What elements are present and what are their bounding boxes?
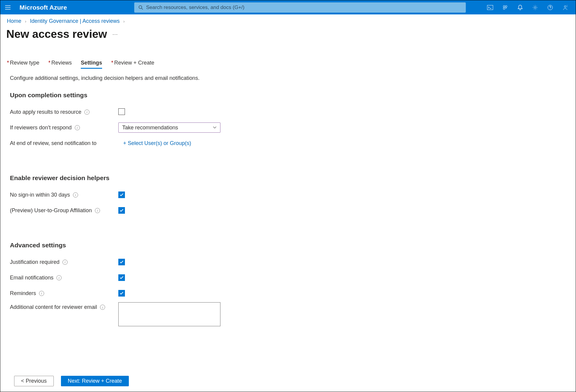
- previous-button[interactable]: < Previous: [14, 376, 54, 386]
- chevron-right-icon: ›: [123, 19, 125, 24]
- label-affiliation: (Preview) User-to-Group Affiliation: [10, 207, 92, 214]
- brand-label: Microsoft Azure: [20, 4, 67, 11]
- cloud-shell-icon[interactable]: [483, 0, 498, 14]
- svg-line-1: [141, 8, 143, 9]
- row-additional-content: Additional content for reviewer email i: [10, 302, 566, 327]
- info-icon[interactable]: i: [95, 208, 100, 213]
- textarea-additional-content[interactable]: [118, 302, 220, 326]
- label-notify: At end of review, send notification to: [10, 140, 96, 146]
- svg-rect-2: [487, 5, 493, 10]
- directories-icon[interactable]: [498, 0, 513, 14]
- checkbox-affiliation[interactable]: [118, 207, 125, 214]
- row-auto-apply: Auto apply results to resource i: [10, 105, 566, 119]
- tab-label: Review + Create: [114, 60, 154, 66]
- svg-point-0: [139, 5, 142, 8]
- label-auto-apply: Auto apply results to resource: [10, 109, 81, 115]
- help-icon[interactable]: [543, 0, 558, 14]
- checkbox-reminders[interactable]: [118, 290, 125, 297]
- chevron-right-icon: ›: [25, 19, 26, 24]
- row-no-signin: No sign-in within 30 days i: [10, 188, 566, 201]
- more-actions-icon[interactable]: ⋯: [112, 31, 118, 38]
- label-justification: Justification required: [10, 259, 59, 265]
- chevron-down-icon: [213, 126, 217, 129]
- select-value: Take recommendations: [122, 125, 178, 131]
- settings-description: Configure additional settings, including…: [10, 75, 566, 81]
- search-container: [134, 2, 466, 13]
- settings-content: Configure additional settings, including…: [0, 68, 576, 327]
- hamburger-menu-icon[interactable]: [3, 3, 12, 12]
- tab-reviews[interactable]: *Reviews: [48, 60, 72, 68]
- breadcrumb-home[interactable]: Home: [7, 18, 21, 24]
- svg-point-5: [564, 6, 566, 8]
- next-button[interactable]: Next: Review + Create: [61, 376, 129, 386]
- wizard-footer: < Previous Next: Review + Create: [0, 371, 576, 392]
- section-completion-title: Upon completion settings: [10, 92, 566, 99]
- tab-review-type[interactable]: *Review type: [7, 60, 39, 68]
- page-title: New access review: [6, 28, 107, 41]
- feedback-icon[interactable]: [558, 0, 573, 14]
- info-icon[interactable]: i: [100, 305, 105, 310]
- row-notify: At end of review, send notification to +…: [10, 137, 566, 150]
- search-input[interactable]: [146, 5, 462, 11]
- notifications-icon[interactable]: [513, 0, 528, 14]
- link-select-users[interactable]: + Select User(s) or Group(s): [123, 140, 191, 146]
- global-search[interactable]: [134, 2, 466, 13]
- tab-label: Review type: [10, 60, 39, 66]
- header-toolbar: [483, 0, 573, 14]
- select-no-respond[interactable]: Take recommendations: [118, 122, 220, 133]
- checkbox-email-notifications[interactable]: [118, 274, 125, 281]
- row-no-respond: If reviewers don't respond i Take recomm…: [10, 121, 566, 134]
- top-header: Microsoft Azure: [0, 0, 576, 14]
- tab-settings[interactable]: Settings: [81, 60, 102, 68]
- checkbox-auto-apply[interactable]: [118, 108, 125, 115]
- info-icon[interactable]: i: [73, 192, 78, 198]
- checkbox-no-signin[interactable]: [118, 191, 125, 198]
- section-advanced-title: Advanced settings: [10, 242, 566, 249]
- row-reminders: Reminders i: [10, 287, 566, 300]
- info-icon[interactable]: i: [84, 110, 89, 115]
- section-helpers-title: Enable reviewer decision helpers: [10, 174, 566, 182]
- label-no-respond: If reviewers don't respond: [10, 125, 72, 131]
- info-icon[interactable]: i: [75, 125, 80, 130]
- search-icon: [138, 5, 143, 10]
- row-affiliation: (Preview) User-to-Group Affiliation i: [10, 204, 566, 217]
- tab-review-create[interactable]: *Review + Create: [111, 60, 154, 68]
- label-email-notifications: Email notifications: [10, 275, 53, 281]
- page-title-row: New access review ⋯: [0, 24, 576, 41]
- info-icon[interactable]: i: [62, 260, 68, 265]
- breadcrumb-identity-governance[interactable]: Identity Governance | Access reviews: [30, 18, 120, 24]
- label-reminders: Reminders: [10, 290, 36, 297]
- label-no-signin: No sign-in within 30 days: [10, 192, 70, 198]
- info-icon[interactable]: i: [39, 291, 44, 296]
- row-justification: Justification required i: [10, 255, 566, 269]
- label-additional-content: Additional content for reviewer email: [10, 304, 97, 310]
- tab-label: Reviews: [51, 60, 72, 66]
- settings-icon[interactable]: [528, 0, 543, 14]
- checkbox-justification[interactable]: [118, 259, 125, 265]
- info-icon[interactable]: i: [56, 275, 62, 280]
- row-email-notifications: Email notifications i: [10, 271, 566, 284]
- tabs: *Review type *Reviews Settings *Review +…: [0, 41, 576, 68]
- breadcrumb: Home › Identity Governance | Access revi…: [0, 14, 576, 24]
- tab-label: Settings: [81, 60, 102, 66]
- svg-point-3: [534, 7, 536, 8]
- svg-point-4: [548, 5, 553, 10]
